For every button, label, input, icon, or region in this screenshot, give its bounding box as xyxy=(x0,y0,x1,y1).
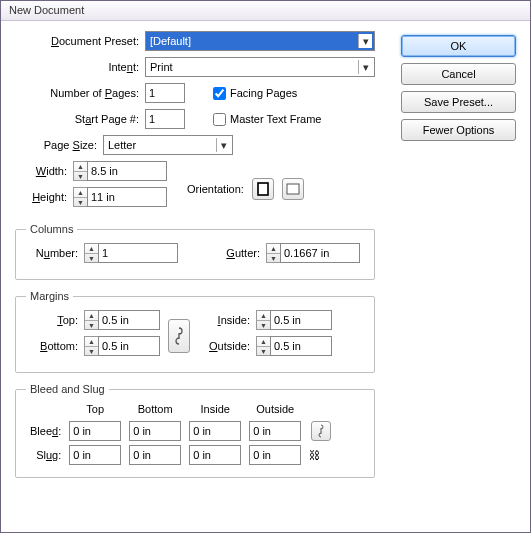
number-of-pages-label: Number of Pages: xyxy=(15,87,145,99)
margin-bottom-input[interactable]: ▲▼ 0.5 in xyxy=(84,336,160,356)
columns-number-label: Number: xyxy=(26,247,84,259)
gutter-input[interactable]: ▲▼ 0.1667 in xyxy=(266,243,360,263)
page-size-label: Page Size: xyxy=(15,139,103,151)
orientation-portrait-button[interactable] xyxy=(252,178,274,200)
spinner[interactable]: ▲▼ xyxy=(73,161,87,181)
link-bleed-button[interactable] xyxy=(311,421,331,441)
slug-bottom-input[interactable]: 0 in xyxy=(129,445,181,465)
svg-rect-0 xyxy=(258,183,268,195)
orientation-landscape-button[interactable] xyxy=(282,178,304,200)
columns-number-input[interactable]: ▲▼ 1 xyxy=(84,243,178,263)
facing-pages-checkbox[interactable]: Facing Pages xyxy=(213,87,297,100)
slug-outside-input[interactable]: 0 in xyxy=(249,445,301,465)
master-text-frame-checkbox[interactable]: Master Text Frame xyxy=(213,113,322,126)
bleed-top-input[interactable]: 0 in xyxy=(69,421,121,441)
titlebar: New Document xyxy=(1,1,530,21)
bleed-slug-table: Top Bottom Inside Outside Bleed: 0 in 0 … xyxy=(26,403,335,467)
new-document-dialog: New Document OK Cancel Save Preset... Fe… xyxy=(0,0,531,533)
bleed-inside-input[interactable]: 0 in xyxy=(189,421,241,441)
margin-outside-label: Outside: xyxy=(198,340,256,352)
margin-bottom-label: Bottom: xyxy=(26,340,84,352)
dialog-buttons: OK Cancel Save Preset... Fewer Options xyxy=(401,35,516,141)
columns-group: Columns Number: ▲▼ 1 Gutter: ▲▼ 0.1667 xyxy=(15,223,375,280)
margins-group: Margins Top: ▲▼ 0.5 in Bottom: xyxy=(15,290,375,373)
bleed-bottom-input[interactable]: 0 in xyxy=(129,421,181,441)
landscape-icon xyxy=(286,183,300,195)
link-slug-icon[interactable]: ⛓ xyxy=(309,449,320,461)
bleed-outside-input[interactable]: 0 in xyxy=(249,421,301,441)
portrait-icon xyxy=(257,182,269,196)
width-label: Width: xyxy=(15,165,73,177)
col-top: Top xyxy=(65,403,125,419)
slug-row-label: Slug: xyxy=(26,443,65,467)
width-input[interactable]: ▲▼ 8.5 in xyxy=(73,161,167,181)
chevron-down-icon: ▾ xyxy=(358,34,372,48)
margin-top-label: Top: xyxy=(26,314,84,326)
fewer-options-button[interactable]: Fewer Options xyxy=(401,119,516,141)
window-title: New Document xyxy=(9,4,84,16)
columns-legend: Columns xyxy=(26,223,77,235)
slug-top-input[interactable]: 0 in xyxy=(69,445,121,465)
col-bottom: Bottom xyxy=(125,403,185,419)
slug-inside-input[interactable]: 0 in xyxy=(189,445,241,465)
col-inside: Inside xyxy=(185,403,245,419)
bleed-slug-legend: Bleed and Slug xyxy=(26,383,109,395)
bleed-slug-group: Bleed and Slug Top Bottom Inside Outside… xyxy=(15,383,375,478)
save-preset-button[interactable]: Save Preset... xyxy=(401,91,516,113)
svg-rect-2 xyxy=(287,184,299,194)
cancel-button[interactable]: Cancel xyxy=(401,63,516,85)
page-size-select[interactable]: Letter ▾ xyxy=(103,135,233,155)
orientation-label: Orientation: xyxy=(187,183,244,195)
start-page-input[interactable]: 1 xyxy=(145,109,185,129)
start-page-label: Start Page #: xyxy=(15,113,145,125)
margin-outside-input[interactable]: ▲▼ 0.5 in xyxy=(256,336,332,356)
ok-button[interactable]: OK xyxy=(401,35,516,57)
chevron-down-icon: ▾ xyxy=(358,60,372,74)
height-label: Height: xyxy=(15,191,73,203)
spinner[interactable]: ▲▼ xyxy=(73,187,87,207)
number-of-pages-input[interactable]: 1 xyxy=(145,83,185,103)
col-outside: Outside xyxy=(245,403,305,419)
height-input[interactable]: ▲▼ 11 in xyxy=(73,187,167,207)
margin-inside-input[interactable]: ▲▼ 0.5 in xyxy=(256,310,332,330)
document-preset-label: Document Preset: xyxy=(15,35,145,47)
margins-legend: Margins xyxy=(26,290,73,302)
chevron-down-icon: ▾ xyxy=(216,138,230,152)
margin-top-input[interactable]: ▲▼ 0.5 in xyxy=(84,310,160,330)
chain-link-icon xyxy=(174,327,184,345)
margin-inside-label: Inside: xyxy=(198,314,256,326)
link-margins-button[interactable] xyxy=(168,319,190,353)
chain-link-icon xyxy=(317,424,325,438)
intent-select[interactable]: Print ▾ xyxy=(145,57,375,77)
intent-label: Intent: xyxy=(15,61,145,73)
bleed-row-label: Bleed: xyxy=(26,419,65,443)
gutter-label: Gutter: xyxy=(208,247,266,259)
document-preset-select[interactable]: [Default] ▾ xyxy=(145,31,375,51)
